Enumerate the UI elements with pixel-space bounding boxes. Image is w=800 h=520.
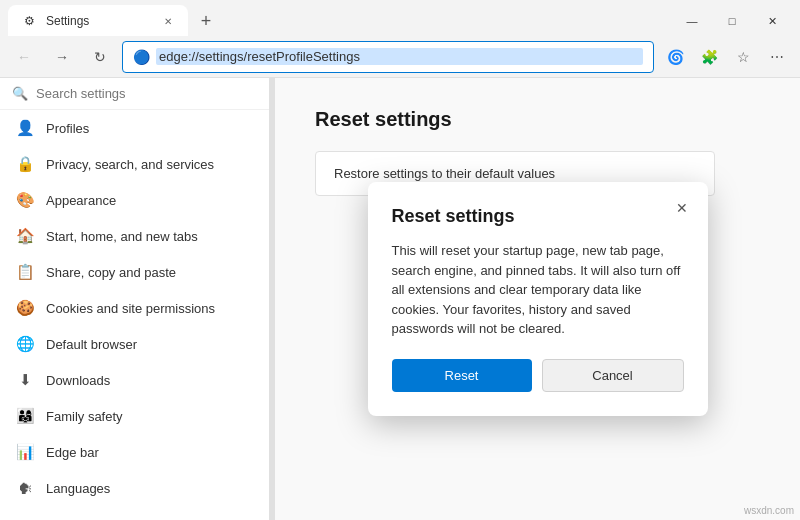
sidebar-item-edge-bar[interactable]: 📊 Edge bar [0,434,269,470]
sidebar-icon-downloads: ⬇ [16,371,34,389]
minimize-button[interactable]: — [672,6,712,36]
tab-label: Settings [46,14,89,28]
address-bar[interactable]: 🔵 edge://settings/resetProfileSettings [122,41,654,73]
window-controls: — □ ✕ [672,6,792,36]
search-icon: 🔍 [12,86,28,101]
sidebar-item-cookies[interactable]: 🍪 Cookies and site permissions [0,290,269,326]
nav-bar: ← → ↻ 🔵 edge://settings/resetProfileSett… [0,36,800,78]
sidebar-icon-profiles: 👤 [16,119,34,137]
search-input[interactable] [36,86,257,101]
cancel-button[interactable]: Cancel [542,359,684,392]
settings-tab-icon: ⚙ [20,12,38,30]
extensions-button[interactable]: 🧩 [694,42,724,72]
sidebar-item-printers[interactable]: 🖨 Printers [0,506,269,520]
sidebar-icon-default-browser: 🌐 [16,335,34,353]
dialog-body: This will reset your startup page, new t… [392,241,684,339]
sidebar-label-appearance: Appearance [46,193,116,208]
sidebar-item-start-home[interactable]: 🏠 Start, home, and new tabs [0,218,269,254]
sidebar-item-downloads[interactable]: ⬇ Downloads [0,362,269,398]
maximize-button[interactable]: □ [712,6,752,36]
sidebar-label-privacy: Privacy, search, and services [46,157,214,172]
search-box[interactable]: 🔍 [0,78,269,110]
settings-tab[interactable]: ⚙ Settings ✕ [8,5,188,37]
dialog-title: Reset settings [392,206,684,227]
favorites-button[interactable]: ☆ [728,42,758,72]
close-window-button[interactable]: ✕ [752,6,792,36]
sidebar-item-languages[interactable]: 🗣 Languages [0,470,269,506]
watermark: wsxdn.com [744,505,794,516]
sidebar: 🔍 👤 Profiles 🔒 Privacy, search, and serv… [0,78,270,520]
nav-icons-right: 🌀 🧩 ☆ ⋯ [660,42,792,72]
sidebar-item-share-copy[interactable]: 📋 Share, copy and paste [0,254,269,290]
sidebar-item-family-safety[interactable]: 👨‍👩‍👧 Family safety [0,398,269,434]
sidebar-label-default-browser: Default browser [46,337,137,352]
sidebar-item-privacy[interactable]: 🔒 Privacy, search, and services [0,146,269,182]
sidebar-label-languages: Languages [46,481,110,496]
sidebar-item-appearance[interactable]: 🎨 Appearance [0,182,269,218]
sidebar-item-profiles[interactable]: 👤 Profiles [0,110,269,146]
sidebar-label-cookies: Cookies and site permissions [46,301,215,316]
forward-button[interactable]: → [46,41,78,73]
dialog-overlay: Reset settings ✕ This will reset your st… [275,78,800,520]
sidebar-icon-appearance: 🎨 [16,191,34,209]
content-area: 🔍 👤 Profiles 🔒 Privacy, search, and serv… [0,78,800,520]
tab-bar: ⚙ Settings ✕ + — □ ✕ [0,0,800,36]
dialog-actions: Reset Cancel [392,359,684,392]
sidebar-item-default-browser[interactable]: 🌐 Default browser [0,326,269,362]
sidebar-icon-languages: 🗣 [16,479,34,497]
address-security-icon: 🔵 [133,49,150,65]
sidebar-icon-printers: 🖨 [16,515,34,520]
sidebar-label-start-home: Start, home, and new tabs [46,229,198,244]
sidebar-label-printers: Printers [46,517,91,521]
sidebar-label-edge-bar: Edge bar [46,445,99,460]
sidebar-label-profiles: Profiles [46,121,89,136]
back-button[interactable]: ← [8,41,40,73]
more-tools-button[interactable]: ⋯ [762,42,792,72]
sidebar-icon-privacy: 🔒 [16,155,34,173]
sidebar-icon-start-home: 🏠 [16,227,34,245]
new-tab-button[interactable]: + [192,7,220,35]
refresh-button[interactable]: ↻ [84,41,116,73]
sidebar-icon-cookies: 🍪 [16,299,34,317]
edge-icon[interactable]: 🌀 [660,42,690,72]
dialog-close-button[interactable]: ✕ [668,194,696,222]
tab-close-button[interactable]: ✕ [160,13,176,29]
sidebar-icon-edge-bar: 📊 [16,443,34,461]
sidebar-icon-family-safety: 👨‍👩‍👧 [16,407,34,425]
sidebar-icon-share-copy: 📋 [16,263,34,281]
reset-confirm-button[interactable]: Reset [392,359,532,392]
sidebar-label-share-copy: Share, copy and paste [46,265,176,280]
sidebar-label-family-safety: Family safety [46,409,123,424]
sidebar-items: 👤 Profiles 🔒 Privacy, search, and servic… [0,110,269,520]
address-text: edge://settings/resetProfileSettings [156,48,643,65]
main-panel: Reset settings Restore settings to their… [275,78,800,520]
reset-dialog: Reset settings ✕ This will reset your st… [368,182,708,416]
sidebar-label-downloads: Downloads [46,373,110,388]
